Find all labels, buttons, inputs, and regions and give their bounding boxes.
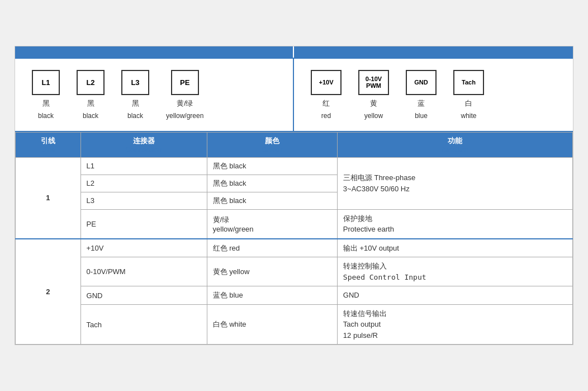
connector-item-conn-L1: L1黑black xyxy=(32,70,60,120)
table-row: 1L1黑色 black三相电源 Three-phase3~AC380V 50/6… xyxy=(16,157,573,175)
header-row xyxy=(15,46,573,59)
table-row: 0-10V/PWM黄色 yellow转速控制输入Speed Control In… xyxy=(16,257,573,286)
connector-en-conn-PWM: yellow xyxy=(364,112,383,120)
connection-PE: PE xyxy=(80,209,207,239)
function-PE: 保护接地Protective earth xyxy=(337,209,572,239)
connector-item-conn-L3: L3黑black xyxy=(121,70,149,120)
connector-item-conn-10V: +10V红red xyxy=(311,70,342,120)
function-10V: 输出 +10V output xyxy=(337,239,572,257)
th-function: 功能function xyxy=(337,132,572,157)
connection-Tach: Tach xyxy=(80,304,207,345)
colour-GND: 蓝色 blue xyxy=(207,286,337,305)
connector-en-conn-10V: red xyxy=(321,112,331,120)
connector-box-conn-PWM: 0-10V PWM xyxy=(358,70,389,95)
diagram-row: L1黑blackL2黑blackL3黑blackPE黄/绿yellow/gree… xyxy=(15,59,573,132)
colour-Tach: 白色 white xyxy=(207,304,337,345)
connector-cn-conn-Tach: 白 xyxy=(465,98,472,109)
connector-en-conn-Tach: white xyxy=(461,112,476,120)
th-line: 引线Line xyxy=(16,132,81,157)
colour-L3: 黑色 black xyxy=(207,192,337,209)
connector-item-conn-PWM: 0-10V PWM黄yellow xyxy=(358,70,389,120)
line1-diagram: L1黑blackL2黑blackL3黑blackPE黄/绿yellow/gree… xyxy=(15,59,294,131)
table-row: PE黄/绿yellow/green保护接地Protective earth xyxy=(16,209,573,239)
connector-box-conn-L1: L1 xyxy=(32,70,60,95)
table-row: GND蓝色 blueGND xyxy=(16,286,573,305)
function-Tach: 转速信号输出Tach output12 pulse/R xyxy=(337,304,572,345)
line1-header xyxy=(15,46,294,58)
connector-cn-conn-10V: 红 xyxy=(323,98,330,109)
colour-PE: 黄/绿yellow/green xyxy=(207,209,337,239)
table-row: 2+10V红色 red输出 +10V output xyxy=(16,239,573,257)
connector-box-conn-L3: L3 xyxy=(121,70,149,95)
connector-box-conn-PE: PE xyxy=(171,70,199,95)
th-colour: 颜色Colour xyxy=(207,132,337,157)
connector-item-conn-GND: GND蓝blue xyxy=(406,70,437,120)
function-L1: 三相电源 Three-phase3~AC380V 50/60 Hz xyxy=(337,157,572,209)
connection-10V: +10V xyxy=(80,239,207,257)
colour-10V: 红色 red xyxy=(207,239,337,257)
connector-cn-conn-L3: 黑 xyxy=(132,98,139,109)
connector-item-conn-PE: PE黄/绿yellow/green xyxy=(166,70,203,120)
line2-header xyxy=(294,46,573,58)
line2-diagram: +10V红red0-10V PWM黄yellowGND蓝blueTach白whi… xyxy=(294,59,573,131)
line-number-2: 2 xyxy=(16,239,81,345)
connector-box-conn-10V: +10V xyxy=(311,70,342,95)
data-table-wrapper: 引线Line连接器Connection颜色Colour功能function1L1… xyxy=(15,132,573,345)
function-PWM: 转速控制输入Speed Control Input xyxy=(337,257,572,286)
connector-cn-conn-L2: 黑 xyxy=(87,98,94,109)
line-number-1: 1 xyxy=(16,157,81,239)
connector-cn-conn-L1: 黑 xyxy=(42,98,50,109)
connector-cn-conn-PE: 黄/绿 xyxy=(177,98,193,109)
connector-cn-conn-GND: 蓝 xyxy=(418,98,425,109)
th-connection: 连接器Connection xyxy=(80,132,207,157)
connector-item-conn-L2: L2黑black xyxy=(77,70,105,120)
data-table: 引线Line连接器Connection颜色Colour功能function1L1… xyxy=(15,132,573,345)
connection-PWM: 0-10V/PWM xyxy=(80,257,207,286)
connection-GND: GND xyxy=(80,286,207,305)
connector-en-conn-L1: black xyxy=(38,112,54,120)
connection-L1: L1 xyxy=(80,157,207,175)
connector-en-conn-GND: blue xyxy=(415,112,428,120)
connector-cn-conn-PWM: 黄 xyxy=(370,98,377,109)
connector-en-conn-L3: black xyxy=(127,112,143,120)
connector-en-conn-L2: black xyxy=(83,112,98,120)
connector-en-conn-PE: yellow/green xyxy=(166,112,203,120)
colour-L1: 黑色 black xyxy=(207,157,337,175)
table-row: Tach白色 white转速信号输出Tach output12 pulse/R xyxy=(16,304,573,345)
colour-PWM: 黄色 yellow xyxy=(207,257,337,286)
function-GND: GND xyxy=(337,286,572,305)
connection-L2: L2 xyxy=(80,175,207,192)
connector-item-conn-Tach: Tach白white xyxy=(453,70,484,120)
connector-box-conn-Tach: Tach xyxy=(453,70,484,95)
colour-L2: 黑色 black xyxy=(207,175,337,192)
connection-L3: L3 xyxy=(80,192,207,209)
connector-box-conn-L2: L2 xyxy=(77,70,105,95)
connector-box-conn-GND: GND xyxy=(406,70,437,95)
